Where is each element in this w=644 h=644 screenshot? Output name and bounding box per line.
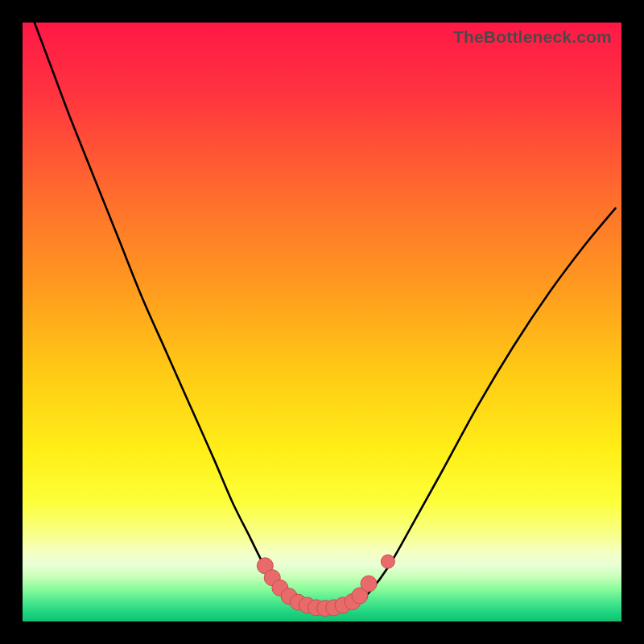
marker-dot [381,555,394,568]
outer-frame: TheBottleneck.com [0,0,644,644]
marker-dot [361,576,377,592]
curve-layer [23,23,621,621]
plot-area: TheBottleneck.com [23,23,621,621]
extra-marker [381,555,394,568]
watermark-text: TheBottleneck.com [453,27,612,47]
highlight-markers [257,558,377,617]
bottleneck-curve [35,23,616,609]
